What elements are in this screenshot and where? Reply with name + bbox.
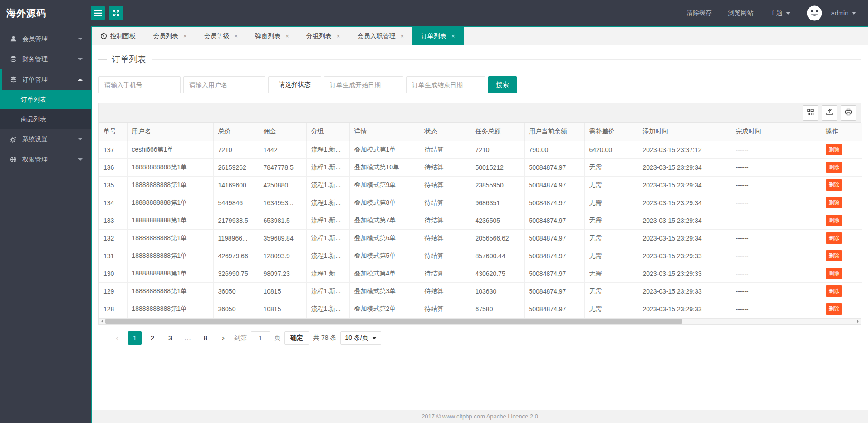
search-button[interactable]: 搜索 bbox=[488, 76, 517, 93]
tab-member-level[interactable]: 会员等级× bbox=[196, 27, 247, 45]
export-button[interactable] bbox=[822, 105, 837, 121]
table-cell: 26159262 bbox=[213, 158, 259, 176]
table-cell: 2023-03-15 23:29:34 bbox=[638, 176, 731, 194]
close-icon[interactable]: × bbox=[400, 33, 404, 39]
sidebar-item-permission[interactable]: 权限管理 bbox=[0, 149, 91, 170]
delete-button[interactable]: 删除 bbox=[826, 215, 842, 226]
table-cell: 1198966... bbox=[213, 229, 259, 247]
tab-label: 会员入职管理 bbox=[357, 32, 395, 40]
username-label: admin bbox=[831, 10, 848, 17]
table-cell: 134 bbox=[99, 194, 127, 212]
filter-columns-button[interactable] bbox=[803, 105, 818, 121]
table-cell: 流程1.新... bbox=[306, 141, 349, 158]
table-cell: ------ bbox=[731, 300, 821, 318]
table-cell: 128 bbox=[99, 300, 127, 318]
tab-popup-list[interactable]: 弹窗列表× bbox=[246, 27, 298, 45]
tab-group-list[interactable]: 分组列表× bbox=[298, 27, 349, 45]
action-cell: 删除 bbox=[821, 265, 862, 282]
orders-table-block: 单号用户名总价佣金分组详情状态任务总额用户当前余额需补差价添加时间完成时间操作 … bbox=[98, 103, 861, 325]
table-row: 13118888888888第1单426979.66128093.9流程1.新.… bbox=[99, 247, 862, 265]
columns-grid-icon bbox=[807, 108, 814, 117]
sidebar-item-order[interactable]: 订单管理 bbox=[0, 69, 91, 90]
total-count-label: 共 78 条 bbox=[313, 334, 336, 342]
page-button-3[interactable]: 3 bbox=[163, 331, 177, 345]
table-cell: 叠加模式第4单 bbox=[349, 265, 420, 282]
avatar[interactable] bbox=[807, 5, 822, 21]
sidebar-item-member[interactable]: 会员管理 bbox=[0, 29, 91, 49]
table-body: 137ceshi666第1单72101442流程1.新...叠加模式第1单待结算… bbox=[99, 141, 862, 318]
confirm-button[interactable]: 确定 bbox=[284, 331, 309, 345]
sidebar-item-order-list[interactable]: 订单列表 bbox=[0, 90, 91, 109]
table-row: 13018888888888第1单326990.7598097.23流程1.新.… bbox=[99, 265, 862, 282]
tab-member-entry[interactable]: 会员入职管理× bbox=[348, 27, 412, 45]
prev-page-button[interactable]: ‹ bbox=[110, 331, 124, 345]
clear-cache-link[interactable]: 清除缓存 bbox=[687, 9, 712, 17]
delete-button[interactable]: 删除 bbox=[826, 250, 842, 261]
table-cell: 流程1.新... bbox=[306, 176, 349, 194]
end-date-input[interactable] bbox=[406, 76, 485, 93]
column-header: 添加时间 bbox=[638, 123, 731, 141]
horizontal-scrollbar[interactable] bbox=[99, 318, 861, 324]
table-cell: 2023-03-15 23:29:33 bbox=[638, 247, 731, 265]
table-cell: 36050 bbox=[213, 300, 259, 318]
tab-order-list[interactable]: 订单列表× bbox=[412, 27, 464, 45]
theme-dropdown[interactable]: 主题 bbox=[770, 9, 790, 17]
scrollbar-track[interactable] bbox=[105, 318, 854, 324]
browse-site-link[interactable]: 浏览网站 bbox=[728, 9, 754, 17]
table-cell: 无需 bbox=[584, 194, 638, 212]
close-icon[interactable]: × bbox=[183, 33, 187, 39]
scroll-right-arrow[interactable] bbox=[854, 318, 861, 324]
content-area: 控制面板会员列表×会员等级×弹窗列表×分组列表×会员入职管理×订单列表× 订单列… bbox=[91, 26, 868, 423]
sidebar-item-finance[interactable]: 财务管理 bbox=[0, 49, 91, 69]
tab-label: 订单列表 bbox=[421, 32, 446, 40]
delete-button[interactable]: 删除 bbox=[826, 197, 842, 208]
scroll-left-arrow[interactable] bbox=[99, 318, 105, 324]
page-size-select[interactable]: 10 条/页 bbox=[340, 331, 381, 345]
page-button-2[interactable]: 2 bbox=[146, 331, 159, 345]
table-cell: 359689.84 bbox=[259, 229, 306, 247]
menu-toggle-button[interactable] bbox=[91, 6, 105, 20]
table-cell: 857600.44 bbox=[471, 247, 524, 265]
username-input[interactable] bbox=[183, 76, 265, 93]
table-cell: 待结算 bbox=[420, 300, 471, 318]
fullscreen-button[interactable] bbox=[109, 6, 123, 20]
table-row: 13418888888888第1单54498461634953...流程1.新.… bbox=[99, 194, 862, 212]
phone-input[interactable] bbox=[98, 76, 181, 93]
user-menu[interactable]: admin bbox=[831, 10, 856, 17]
delete-button[interactable]: 删除 bbox=[826, 162, 842, 173]
table-cell: 653981.5 bbox=[259, 212, 306, 229]
table-cell: 50084874.97 bbox=[524, 300, 584, 318]
tab-member-list[interactable]: 会员列表× bbox=[144, 27, 196, 45]
table-cell: 无需 bbox=[584, 229, 638, 247]
delete-button[interactable]: 删除 bbox=[826, 144, 842, 155]
table-cell: 1442 bbox=[259, 141, 306, 158]
action-cell: 删除 bbox=[821, 212, 862, 229]
table-cell: ------ bbox=[731, 141, 821, 158]
main-panel: 订单列表 请选择状态 搜索 bbox=[92, 50, 868, 345]
close-icon[interactable]: × bbox=[451, 33, 455, 39]
jump-page-input[interactable] bbox=[251, 331, 270, 344]
delete-button[interactable]: 删除 bbox=[826, 268, 842, 279]
table-cell: 326990.75 bbox=[213, 265, 259, 282]
page-button-1[interactable]: 1 bbox=[128, 331, 142, 345]
status-select-button[interactable]: 请选择状态 bbox=[268, 76, 321, 93]
delete-button[interactable]: 删除 bbox=[826, 232, 842, 244]
start-date-input[interactable] bbox=[324, 76, 403, 93]
table-cell: 135 bbox=[99, 176, 127, 194]
sidebar-item-goods-list[interactable]: 商品列表 bbox=[0, 109, 91, 129]
page-size-label: 10 条/页 bbox=[345, 334, 368, 342]
next-page-button[interactable]: › bbox=[216, 331, 230, 345]
close-icon[interactable]: × bbox=[235, 33, 238, 39]
delete-button[interactable]: 删除 bbox=[826, 285, 842, 297]
close-icon[interactable]: × bbox=[285, 33, 289, 39]
chevron-down-icon bbox=[78, 58, 83, 60]
scrollbar-thumb[interactable] bbox=[105, 319, 682, 324]
page-button-8[interactable]: 8 bbox=[199, 331, 212, 345]
tab-dashboard[interactable]: 控制面板 bbox=[92, 27, 144, 45]
delete-button[interactable]: 删除 bbox=[826, 303, 842, 315]
title-dash bbox=[98, 59, 107, 60]
print-button[interactable] bbox=[841, 105, 856, 121]
delete-button[interactable]: 删除 bbox=[826, 179, 842, 191]
close-icon[interactable]: × bbox=[337, 33, 340, 39]
sidebar-item-system[interactable]: 系统设置 bbox=[0, 129, 91, 149]
